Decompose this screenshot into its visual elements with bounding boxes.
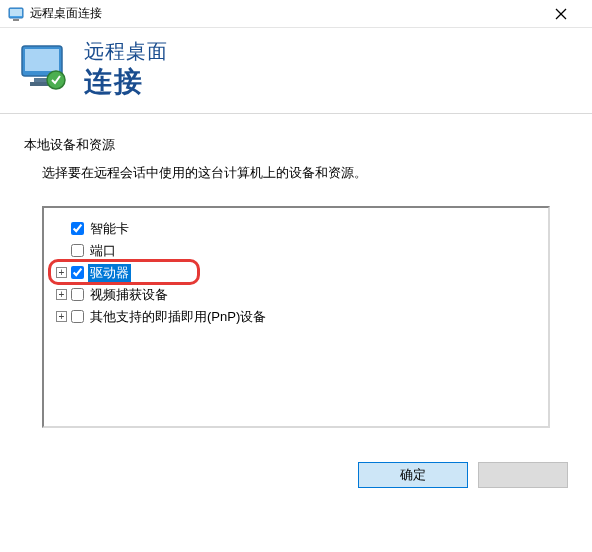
tree-item-ports: 端口: [56, 240, 536, 262]
tree-label[interactable]: 驱动器: [88, 264, 131, 282]
tree-item-smartcard: 智能卡: [56, 218, 536, 240]
header-title: 连接: [84, 65, 168, 99]
tree-label[interactable]: 视频捕获设备: [88, 286, 170, 304]
expander-icon[interactable]: +: [56, 311, 67, 322]
checkbox-pnp[interactable]: [71, 310, 84, 323]
svg-rect-2: [13, 19, 19, 21]
app-icon: [8, 6, 24, 22]
dialog-header: 远程桌面 连接: [0, 28, 592, 114]
content-area: 本地设备和资源 选择要在远程会话中使用的这台计算机上的设备和资源。 智能卡 端口…: [0, 114, 592, 444]
titlebar: 远程桌面连接: [0, 0, 592, 28]
checkbox-smartcard[interactable]: [71, 222, 84, 235]
rdp-icon: [18, 42, 70, 94]
button-row: 确定: [0, 444, 592, 488]
svg-rect-1: [10, 9, 22, 16]
close-button[interactable]: [538, 0, 584, 28]
device-tree[interactable]: 智能卡 端口 + 驱动器 + 视频捕获设备 + 其他支持的即插即用(PnP)设备: [42, 206, 550, 428]
tree-item-pnp: + 其他支持的即插即用(PnP)设备: [56, 306, 536, 328]
obscured-button[interactable]: [478, 462, 568, 488]
expander-icon[interactable]: +: [56, 289, 67, 300]
section-description: 选择要在远程会话中使用的这台计算机上的设备和资源。: [42, 164, 568, 182]
checkbox-video[interactable]: [71, 288, 84, 301]
section-title: 本地设备和资源: [24, 136, 568, 154]
ok-button[interactable]: 确定: [358, 462, 468, 488]
tree-label[interactable]: 智能卡: [88, 220, 131, 238]
svg-rect-6: [25, 49, 59, 71]
header-subtitle: 远程桌面: [84, 38, 168, 65]
checkbox-drives[interactable]: [71, 266, 84, 279]
checkbox-ports[interactable]: [71, 244, 84, 257]
window-title: 远程桌面连接: [30, 5, 538, 22]
tree-label[interactable]: 其他支持的即插即用(PnP)设备: [88, 308, 268, 326]
tree-item-drives: + 驱动器: [56, 262, 536, 284]
tree-label[interactable]: 端口: [88, 242, 118, 260]
header-titles: 远程桌面 连接: [84, 38, 168, 99]
tree-item-video: + 视频捕获设备: [56, 284, 536, 306]
expander-icon[interactable]: +: [56, 267, 67, 278]
